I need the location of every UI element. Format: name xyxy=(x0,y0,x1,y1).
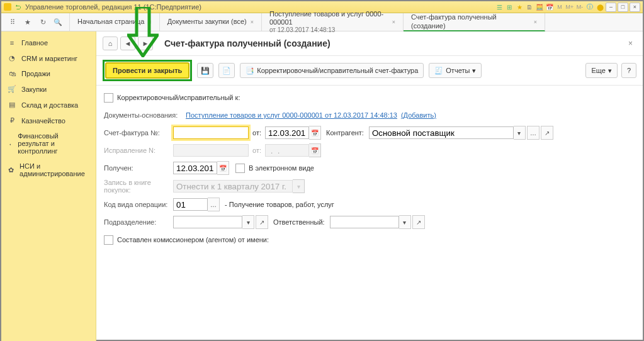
tab-main-label: Поступление товаров и услуг 0000-000001 xyxy=(269,10,383,26)
doc-icon[interactable]: 🗎 xyxy=(525,3,534,11)
forward-button[interactable]: ► xyxy=(138,36,153,50)
close-icon[interactable]: × xyxy=(251,19,254,25)
btn-label: Еще xyxy=(591,67,605,74)
agent-checkbox[interactable] xyxy=(104,235,113,245)
counterparty-label: Контрагент: xyxy=(326,129,364,137)
highlight-annotation: Провести и закрыть xyxy=(103,60,192,81)
minimize-button[interactable]: – xyxy=(606,3,616,12)
sidebar-item-sales[interactable]: 🛍Продажи xyxy=(1,66,96,81)
app-title: Управление торговлей, редакция 11 (1С:Пр… xyxy=(25,3,201,11)
m3-icon[interactable]: M- xyxy=(575,3,584,11)
money-icon: ₽ xyxy=(8,116,16,125)
calendar-icon[interactable]: 📅 xyxy=(309,126,321,140)
dropdown-icon[interactable]: ▾ xyxy=(242,215,254,229)
tab-docs[interactable]: Документы закупки (все) × xyxy=(160,13,262,31)
tab-start[interactable]: Начальная страница × xyxy=(70,13,160,31)
purchases-book-input xyxy=(173,180,293,193)
agent-label: Составлен комиссионером (агентом) от име… xyxy=(117,236,269,243)
close-page-button[interactable]: × xyxy=(628,39,633,48)
post-and-close-button[interactable]: Провести и закрыть xyxy=(105,62,189,79)
help-button[interactable]: ? xyxy=(621,63,636,78)
department-input[interactable] xyxy=(173,216,242,228)
sidebar-item-admin[interactable]: ✿НСИ и администрирование xyxy=(1,159,96,181)
grid-icon[interactable]: ⊞ xyxy=(505,3,514,11)
sidebar-item-label: Казначейство xyxy=(21,117,65,125)
sidebar-item-crm[interactable]: ◔CRM и маркетинг xyxy=(1,50,96,66)
home-icon: ≡ xyxy=(8,39,16,47)
close-icon[interactable]: × xyxy=(148,19,151,25)
close-icon[interactable]: × xyxy=(392,19,395,25)
counterparty-input[interactable] xyxy=(369,126,514,139)
sidebar-item-finance[interactable]: ⬪Финансовый результат и контроллинг xyxy=(1,128,96,159)
add-basis-link[interactable]: (Добавить) xyxy=(401,111,436,119)
reports-button[interactable]: 🧾Отчеты▾ xyxy=(429,63,482,78)
invoice-number-input[interactable] xyxy=(173,126,249,139)
received-date-input[interactable] xyxy=(173,162,217,174)
info-icon[interactable]: ⓘ xyxy=(585,3,594,11)
fav-icon[interactable]: ☰ xyxy=(495,3,504,11)
purchases-book-label: Запись в книге покупок: xyxy=(104,179,173,194)
sidebar-item-main[interactable]: ≡Главное xyxy=(1,35,96,50)
sidebar-item-label: Закупки xyxy=(21,86,47,93)
correction-number-input xyxy=(173,144,249,157)
from-label: от: xyxy=(252,129,261,137)
history-icon[interactable]: ↻ xyxy=(38,17,48,27)
sidebar-item-label: Главное xyxy=(21,39,48,47)
back-icon[interactable]: ⮌ xyxy=(14,3,23,11)
sidebar-item-label: Финансовый результат и контроллинг xyxy=(18,132,89,155)
tab-sub-label: от 12.03.2017 14:48:13 xyxy=(269,26,388,34)
from-label-2: от: xyxy=(252,147,261,154)
operation-code-desc: - Получение товаров, работ, услуг xyxy=(225,201,334,208)
calendar-icon[interactable]: 📅 xyxy=(217,161,229,175)
basis-doc-link[interactable]: Поступление товаров и услуг 0000-000001 … xyxy=(186,111,397,119)
favorite-icon[interactable]: ★ xyxy=(23,17,33,27)
sidebar-item-label: Продажи xyxy=(21,70,50,77)
m2-icon[interactable]: M+ xyxy=(565,3,574,11)
cal-icon[interactable]: 📅 xyxy=(545,3,554,11)
dropdown-icon[interactable]: ▾ xyxy=(399,215,411,229)
sidebar-item-treasury[interactable]: ₽Казначейство xyxy=(1,113,96,128)
tab-label: Поступление товаров и услуг 0000-000001 … xyxy=(269,10,388,34)
calendar-icon: 📅 xyxy=(309,143,321,157)
save-button[interactable]: 💾 xyxy=(197,63,213,78)
apps-icon[interactable]: ⠿ xyxy=(8,17,18,27)
tab-receipt[interactable]: Поступление товаров и услуг 0000-000001 … xyxy=(262,13,404,31)
open-icon[interactable]: ↗ xyxy=(541,126,553,140)
close-window-button[interactable]: × xyxy=(630,3,640,12)
search-icon[interactable]: 🔍 xyxy=(53,17,63,27)
corrective-checkbox[interactable] xyxy=(104,93,113,103)
m1-icon[interactable]: M xyxy=(555,3,564,11)
select-icon[interactable]: … xyxy=(208,198,220,211)
operation-code-input[interactable] xyxy=(173,198,208,211)
received-label: Получен: xyxy=(104,164,173,172)
sidebar-item-warehouse[interactable]: ▤Склад и доставка xyxy=(1,97,96,113)
dropdown-icon: ▾ xyxy=(293,179,305,193)
gear-icon: ✿ xyxy=(8,166,14,174)
sales-icon: 🛍 xyxy=(8,70,16,77)
close-icon[interactable]: × xyxy=(534,19,537,25)
chart-icon: ⬪ xyxy=(8,140,13,147)
select-icon[interactable]: … xyxy=(527,126,539,140)
home-button[interactable]: ⌂ xyxy=(103,36,118,50)
help-icon[interactable]: ⬤ xyxy=(596,3,604,11)
open-icon[interactable]: ↗ xyxy=(256,215,268,229)
sidebar-item-purchases[interactable]: 🛒Закупки xyxy=(1,81,96,97)
maximize-button[interactable]: □ xyxy=(618,3,628,12)
open-icon[interactable]: ↗ xyxy=(412,215,425,229)
post-button[interactable]: 📄 xyxy=(218,63,235,78)
tab-label: Начальная страница xyxy=(77,18,144,26)
back-button[interactable]: ◄ xyxy=(120,36,135,50)
crm-icon: ◔ xyxy=(8,54,16,62)
basis-docs-label: Документы-основания: xyxy=(104,111,186,119)
operation-code-label: Код вида операции: xyxy=(104,201,173,208)
calc-icon[interactable]: 🧮 xyxy=(535,3,544,11)
correction-number-label: Исправление N: xyxy=(104,147,173,154)
invoice-date-input[interactable] xyxy=(265,126,309,139)
more-button[interactable]: Еще▾ xyxy=(585,63,617,78)
tab-invoice[interactable]: Счет-фактура полученный (создание) × xyxy=(404,13,545,31)
star-icon[interactable]: ★ xyxy=(515,3,524,11)
dropdown-icon[interactable]: ▾ xyxy=(514,126,526,140)
electronic-checkbox[interactable] xyxy=(235,164,245,173)
responsible-input[interactable] xyxy=(330,216,399,228)
corrective-button[interactable]: 📑Корректировочный/исправительный счет-фа… xyxy=(240,63,424,78)
